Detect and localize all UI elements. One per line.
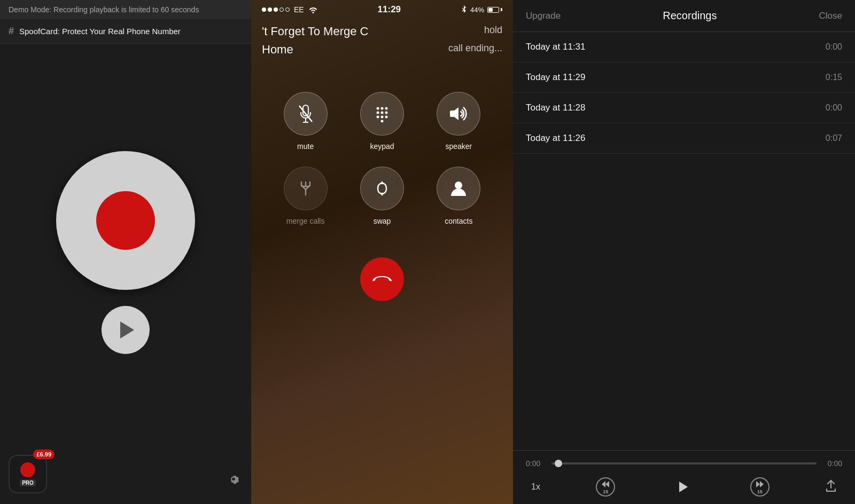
recording-duration: 0:00 — [826, 42, 842, 52]
svg-point-9 — [385, 116, 387, 119]
svg-point-7 — [376, 116, 379, 119]
pro-label: PRO — [20, 479, 36, 486]
recordings-title: Recordings — [663, 10, 717, 22]
swap-button[interactable]: swap — [354, 167, 409, 225]
mute-button[interactable]: mute — [278, 92, 333, 151]
recordings-header: Upgrade Recordings Close — [513, 0, 855, 32]
share-button[interactable] — [825, 479, 837, 495]
recording-duration: 0:00 — [826, 103, 842, 113]
recording-label: Today at 11:29 — [526, 72, 586, 83]
keypad-label: keypad — [370, 142, 394, 151]
svg-point-2 — [380, 107, 383, 110]
carrier-label: EE — [294, 5, 304, 14]
speaker-button[interactable]: speaker — [431, 92, 486, 151]
svg-point-11 — [455, 182, 462, 189]
signal-dot-3 — [274, 7, 278, 12]
call-buttons-grid: mute keypad — [251, 76, 513, 241]
playback-play-button[interactable] — [671, 475, 694, 499]
signal-dot-1 — [262, 7, 266, 12]
progress-knob[interactable] — [555, 460, 562, 467]
bluetooth-icon — [461, 5, 467, 14]
svg-point-1 — [376, 107, 379, 110]
recording-item[interactable]: Today at 11:29 0:15 — [513, 62, 855, 93]
merge-calls-button[interactable]: merge calls — [278, 167, 333, 225]
contacts-button[interactable]: contacts — [431, 167, 486, 225]
recording-label: Today at 11:28 — [526, 103, 586, 113]
play-button[interactable] — [102, 306, 150, 354]
settings-icon[interactable] — [227, 472, 240, 489]
close-button[interactable]: Close — [819, 11, 842, 21]
mute-circle — [284, 92, 328, 136]
demo-banner: Demo Mode: Recording playback is limited… — [0, 0, 251, 19]
recording-item[interactable]: Today at 11:26 0:07 — [513, 123, 855, 154]
svg-point-8 — [380, 116, 383, 119]
keypad-button[interactable]: keypad — [354, 92, 409, 151]
record-dot — [96, 191, 155, 250]
signal-dots — [262, 7, 290, 12]
svg-point-3 — [385, 107, 387, 110]
middle-panel: EE 11:29 44% 't Forget To Merge C hold — [251, 0, 513, 504]
play-triangle-icon — [120, 321, 134, 338]
pro-dot — [20, 462, 35, 477]
bottom-left: PRO £6.99 — [9, 455, 47, 493]
play-icon — [679, 482, 688, 492]
battery-label: 44% — [470, 6, 484, 14]
svg-point-10 — [380, 120, 383, 123]
keypad-circle — [360, 92, 404, 136]
svg-point-6 — [385, 112, 387, 114]
recording-label: Today at 11:31 — [526, 42, 586, 52]
recording-label: Today at 11:26 — [526, 133, 586, 144]
status-right: 44% — [461, 5, 502, 14]
end-call-button[interactable] — [360, 257, 404, 301]
pro-badge-wrap: PRO £6.99 — [9, 455, 47, 493]
call-hold[interactable]: hold — [484, 25, 502, 36]
spoofcard-bar[interactable]: # SpoofCard: Protect Your Real Phone Num… — [0, 19, 251, 44]
status-left: EE — [262, 5, 318, 14]
wifi-icon — [308, 6, 318, 13]
recordings-list: Today at 11:31 0:00 Today at 11:29 0:15 … — [513, 32, 855, 450]
mute-label: mute — [297, 142, 314, 151]
time-end: 0:00 — [823, 459, 842, 468]
playback-footer: 0:00 0:00 1x 15 — [513, 450, 855, 504]
swap-circle — [360, 167, 404, 210]
swap-label: swap — [374, 217, 391, 225]
phone-status-bar: EE 11:29 44% — [251, 0, 513, 19]
signal-dot-4 — [279, 7, 284, 12]
playback-progress: 0:00 0:00 — [526, 459, 842, 468]
recording-item[interactable]: Today at 11:31 0:00 — [513, 32, 855, 62]
call-title: 't Forget To Merge C — [262, 25, 368, 38]
time-display: 11:29 — [378, 4, 401, 15]
time-start: 0:00 — [526, 459, 545, 468]
record-area — [0, 44, 251, 504]
merge-label: merge calls — [286, 217, 325, 225]
upgrade-button[interactable]: Upgrade — [526, 11, 561, 21]
recording-item[interactable]: Today at 11:28 0:00 — [513, 93, 855, 123]
call-home: Home — [262, 43, 293, 57]
call-header: 't Forget To Merge C hold Home call endi… — [251, 19, 513, 65]
battery-icon — [487, 7, 502, 13]
recording-duration: 0:15 — [826, 73, 842, 82]
progress-bar[interactable] — [551, 462, 817, 464]
signal-dot-2 — [268, 7, 272, 12]
pro-icon[interactable]: PRO — [9, 455, 47, 493]
skip-back-button[interactable]: 15 — [596, 477, 615, 497]
recording-duration: 0:07 — [826, 133, 842, 143]
record-button[interactable] — [56, 151, 195, 290]
contacts-label: contacts — [445, 217, 472, 225]
playback-controls: 1x 15 15 — [526, 475, 842, 499]
speaker-circle — [437, 92, 480, 136]
svg-point-4 — [376, 112, 379, 114]
signal-dot-5 — [285, 7, 290, 12]
hash-icon: # — [9, 26, 14, 37]
svg-point-5 — [380, 112, 383, 114]
speaker-label: speaker — [445, 142, 472, 151]
contacts-circle — [437, 167, 480, 210]
price-badge: £6.99 — [33, 450, 55, 459]
merge-circle — [284, 167, 328, 210]
right-panel: Upgrade Recordings Close Today at 11:31 … — [513, 0, 855, 504]
speed-button[interactable]: 1x — [531, 482, 540, 492]
skip-forward-button[interactable]: 15 — [750, 477, 770, 497]
skip-fwd-label: 15 — [757, 489, 763, 494]
skip-back-label: 15 — [603, 489, 608, 494]
call-ending: call ending... — [448, 43, 502, 57]
